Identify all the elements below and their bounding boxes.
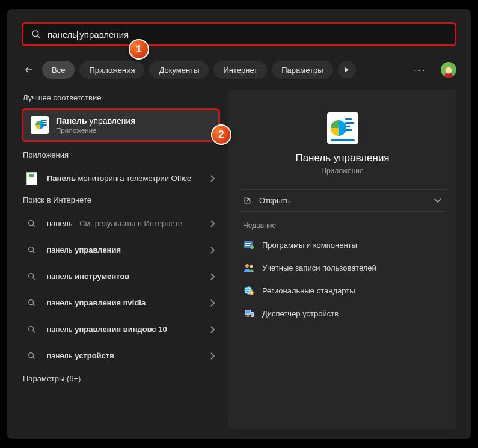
tab-documents[interactable]: Документы [149,61,209,79]
svg-line-13 [33,331,35,333]
section-settings-count[interactable]: Параметры (6+) [23,374,220,383]
result-text: панель управления виндовс 10 [47,325,202,335]
tab-apps[interactable]: Приложения [79,61,144,79]
search-icon [24,245,40,255]
back-button[interactable] [22,63,36,77]
chevron-right-icon [209,299,215,307]
chevron-right-icon [209,219,215,228]
query-suffix: управления [77,29,129,40]
recent-text: Региональные стандарты [262,286,355,295]
control-panel-icon [31,116,49,134]
chevron-down-icon[interactable] [434,198,442,204]
svg-line-9 [33,278,35,280]
recent-item[interactable]: Региональные стандарты [239,279,446,302]
recent-text: Программы и компоненты [262,241,357,250]
users-icon [243,262,255,273]
svg-point-4 [29,221,34,226]
svg-rect-29 [251,313,253,316]
chevron-right-icon [209,325,215,334]
svg-point-21 [250,265,253,268]
search-tabs: Все Приложения Документы Интернет Параме… [42,61,356,79]
section-best-match: Лучшее соответствие [23,93,220,102]
open-action[interactable]: Открыть [239,189,446,212]
tab-more-scroll[interactable] [338,61,356,79]
section-web: Поиск в Интернете [23,195,220,204]
search-icon [24,325,40,334]
svg-point-10 [29,300,34,305]
open-label: Открыть [259,196,290,205]
svg-rect-25 [246,311,250,314]
best-match-text: Панель управления Приложение [56,116,135,134]
open-icon [243,196,252,205]
search-input[interactable]: панель управления [22,22,456,46]
result-text: панель инструментов [47,272,202,282]
chevron-right-icon [209,246,215,254]
web-result-item[interactable]: панель инструментов [22,263,220,290]
results-columns: Лучшее соответствие Панель управления Пр… [22,90,456,429]
search-query: панель управления [47,29,129,40]
svg-point-19 [250,245,254,249]
search-wrap: панель управления 1 [22,22,456,46]
recent-label: Недавние [243,221,446,230]
details-subtitle: Приложение [239,167,446,175]
web-result-item[interactable]: панель управления [22,237,220,263]
recent-text: Диспетчер устройств [262,309,339,318]
text-caret [77,31,78,40]
result-text: Панель мониторинга телеметрии Office [47,174,202,184]
result-text: панель устройств [47,351,202,361]
document-icon [24,172,40,185]
chevron-right-icon [209,272,215,281]
svg-line-11 [33,304,35,306]
svg-point-0 [32,31,38,37]
details-pane: Панель управления Приложение Открыть Нед… [228,90,456,429]
annotation-badge-1: 1 [129,39,149,60]
result-text: панель управления nvidia [47,298,202,308]
avatar[interactable] [441,62,456,78]
tab-internet[interactable]: Интернет [213,61,267,79]
search-icon [24,351,40,361]
overflow-menu[interactable]: ··· [414,64,426,76]
search-icon [24,219,40,229]
web-result-item[interactable]: панель управления виндовс 10 [22,316,220,343]
best-match-item[interactable]: Панель управления Приложение 2 [22,108,220,142]
recent-item[interactable]: Диспетчер устройств [239,302,446,325]
svg-point-14 [29,353,34,358]
details-title: Панель управления [239,152,446,164]
results-left: Лучшее соответствие Панель управления Пр… [22,90,220,429]
recent-item[interactable]: Программы и компоненты [239,233,446,256]
svg-line-15 [33,357,35,359]
recent-item[interactable]: Учетные записи пользователей [239,256,446,279]
search-icon [24,272,40,281]
web-result-item[interactable]: панель - См. результаты в Интернете [22,210,220,237]
control-panel-icon-large [327,112,358,144]
tab-settings[interactable]: Параметры [272,61,332,79]
svg-point-6 [29,247,34,252]
svg-line-1 [37,35,40,38]
chevron-right-icon [209,174,215,183]
chevron-right-icon [209,352,215,360]
app-result-item[interactable]: Панель мониторинга телеметрии Office [22,165,220,192]
svg-point-8 [29,274,34,278]
svg-marker-3 [345,67,349,72]
result-text: панель управления [47,245,202,256]
search-icon [31,29,41,40]
web-result-item[interactable]: панель управления nvidia [22,290,220,316]
web-result-item[interactable]: панель устройств [22,343,220,369]
tabs-row: Все Приложения Документы Интернет Параме… [22,61,456,79]
svg-rect-18 [245,245,250,246]
svg-rect-26 [247,315,249,316]
tab-all[interactable]: Все [42,61,75,79]
svg-line-7 [33,251,35,253]
windows-search-panel: панель управления 1 Все Приложения Докум… [7,9,471,439]
svg-line-5 [33,225,35,227]
svg-rect-27 [245,316,250,317]
region-icon [243,285,255,296]
section-apps: Приложения [23,150,220,159]
programs-icon [243,239,255,250]
search-icon [24,298,40,308]
device-manager-icon [243,308,255,319]
recent-text: Учетные записи пользователей [262,263,376,272]
svg-point-12 [29,327,34,331]
result-text: панель - См. результаты в Интернете [47,219,202,229]
svg-rect-17 [245,243,251,244]
